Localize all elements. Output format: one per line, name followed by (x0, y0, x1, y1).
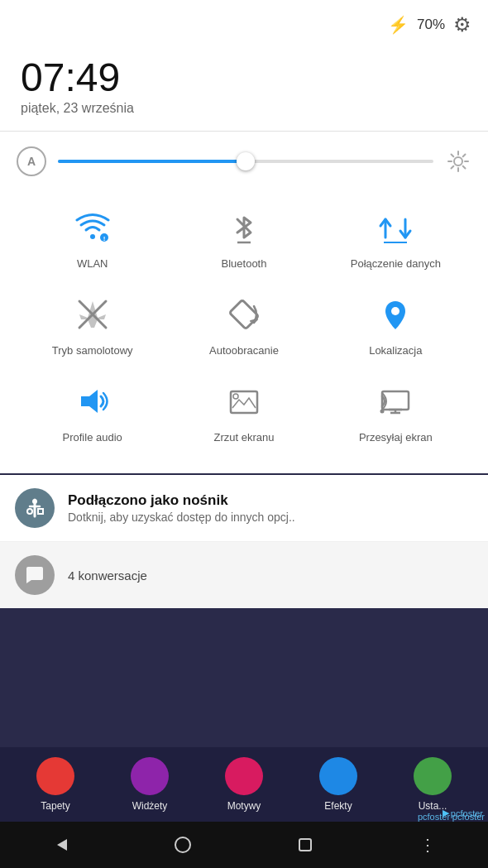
audio-icon-wrap (71, 380, 114, 423)
notification-messages[interactable]: 4 konwersacje (0, 542, 488, 608)
bottom-widzety[interactable]: Widżety (131, 757, 169, 812)
menu-button[interactable]: ⋮ (410, 828, 443, 861)
brightness-auto-icon[interactable]: A (17, 146, 46, 176)
status-bar: ⚡ 70% ⚙ (0, 0, 488, 50)
bottom-bar: Tapety Widżety Motywy Efekty Usta... (0, 747, 488, 822)
svg-line-6 (463, 166, 466, 169)
toggle-rotate[interactable]: Autoobracanie (168, 283, 319, 370)
toggle-screenshot[interactable]: Zrzut ekranu (168, 370, 319, 457)
notif-msg-title: 4 konwersacje (68, 568, 473, 583)
svg-text:!: ! (103, 235, 105, 242)
wlan-icon-wrap: ! (71, 206, 114, 249)
toggle-grid: ! WLAN Bluetooth (17, 196, 471, 457)
svg-point-0 (454, 157, 462, 165)
notification-area: Podłączono jako nośnik Dotknij, aby uzys… (0, 475, 488, 608)
battery-icon: ⚡ (388, 15, 409, 35)
widzety-label: Widżety (132, 800, 168, 812)
svg-point-22 (233, 394, 238, 399)
notif-msg-text: 4 konwersacje (68, 568, 473, 583)
bottom-efekty[interactable]: Efekty (319, 757, 357, 812)
screenshot-label: Zrzut ekranu (214, 431, 275, 444)
time-area: 07:49 piątek, 23 września (0, 50, 488, 132)
recents-button[interactable] (289, 828, 322, 861)
cast-label: Przesyłaj ekran (359, 431, 433, 444)
motywy-label: Motywy (227, 800, 261, 812)
battery-percent: 70% (417, 17, 445, 33)
bottom-usta[interactable]: Usta... (414, 757, 452, 812)
data-icon-wrap (374, 206, 417, 249)
svg-marker-20 (81, 390, 98, 413)
svg-rect-31 (38, 509, 43, 514)
rotate-icon-wrap (222, 293, 266, 336)
bluetooth-icon-wrap (222, 206, 266, 249)
airplane-label: Tryb samolotowy (52, 344, 133, 357)
clock: 07:49 (21, 58, 467, 98)
bottom-motywy[interactable]: Motywy (225, 757, 263, 812)
svg-point-24 (380, 410, 385, 414)
svg-point-9 (90, 234, 95, 239)
brightness-slider[interactable] (58, 146, 433, 176)
notif-usb-text: Podłączono jako nośnik Dotknij, aby uzys… (68, 492, 473, 524)
svg-point-34 (175, 837, 190, 852)
cast-icon-wrap (374, 380, 417, 423)
toggle-bluetooth[interactable]: Bluetooth (168, 196, 319, 283)
audio-label: Profile audio (63, 431, 122, 444)
toggle-cast[interactable]: Przesyłaj ekran (320, 370, 471, 457)
svg-point-19 (391, 307, 399, 315)
toggle-wlan[interactable]: ! WLAN (17, 196, 168, 283)
svg-point-32 (32, 499, 37, 504)
date: piątek, 23 września (21, 101, 467, 116)
pcfoster-watermark: ▶ pcfoster (443, 808, 483, 818)
location-label: Lokalizacja (369, 344, 422, 357)
rotate-label: Autoobracanie (209, 344, 279, 357)
notif-usb-subtitle: Dotknij, aby uzyskać dostęp do innych op… (68, 511, 473, 524)
notif-usb-title: Podłączono jako nośnik (68, 492, 473, 509)
usb-icon (15, 488, 55, 528)
location-icon-wrap (374, 293, 417, 336)
screenshot-icon-wrap (222, 380, 266, 423)
quick-settings-panel: A (0, 132, 488, 473)
back-button[interactable] (45, 828, 78, 861)
svg-rect-18 (229, 300, 258, 328)
svg-line-5 (452, 155, 454, 157)
notification-usb[interactable]: Podłączono jako nośnik Dotknij, aby uzys… (0, 475, 488, 542)
bluetooth-label: Bluetooth (222, 257, 267, 270)
toggle-data[interactable]: Połączenie danych (320, 196, 471, 283)
bottom-tapety[interactable]: Tapety (36, 757, 74, 812)
toggle-airplane[interactable]: Tryb samolotowy (17, 283, 168, 370)
tapety-label: Tapety (41, 800, 69, 812)
svg-line-8 (452, 166, 454, 169)
svg-line-7 (463, 155, 466, 157)
settings-icon[interactable]: ⚙ (453, 13, 471, 36)
nav-bar: ⋮ (0, 822, 488, 868)
brightness-row: A (17, 146, 471, 176)
home-button[interactable] (166, 828, 199, 861)
efekty-label: Efekty (324, 800, 352, 812)
svg-rect-35 (299, 839, 311, 851)
brightness-sun-icon (445, 148, 471, 175)
svg-point-30 (27, 509, 32, 514)
data-label: Połączenie danych (351, 257, 441, 270)
message-icon (15, 555, 55, 595)
svg-marker-33 (57, 839, 67, 851)
toggle-location[interactable]: Lokalizacja (320, 283, 471, 370)
wlan-label: WLAN (77, 257, 108, 270)
airplane-icon-wrap (71, 293, 114, 336)
toggle-audio[interactable]: Profile audio (17, 370, 168, 457)
